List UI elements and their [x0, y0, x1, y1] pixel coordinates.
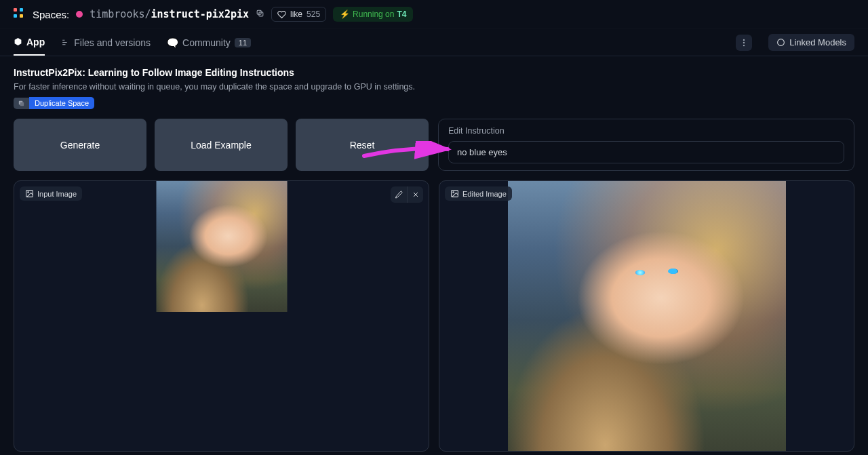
running-status: ⚡ Running on T4 [333, 7, 413, 22]
edit-instruction-label: Edit Instruction [448, 126, 844, 136]
owner-link[interactable]: timbrooks [90, 8, 144, 20]
edit-instruction-panel: Edit Instruction [438, 119, 854, 171]
tab-community[interactable]: 🗨️ Community 11 [167, 29, 251, 56]
hf-logo-icon [14, 8, 26, 20]
input-image-panel[interactable]: Input Image [14, 180, 429, 452]
chat-icon: 🗨️ [167, 37, 178, 48]
edit-image-button[interactable] [391, 186, 407, 203]
copy-icon[interactable] [256, 9, 264, 20]
bolt-icon: ⚡ [340, 9, 350, 19]
svg-point-5 [778, 39, 785, 46]
reset-button[interactable]: Reset [296, 119, 429, 171]
running-text: Running on [353, 9, 394, 19]
load-example-button[interactable]: Load Example [155, 119, 288, 171]
tabs-bar: App Files and versions 🗨️ Community 11 L… [0, 29, 868, 56]
svg-point-4 [743, 44, 745, 45]
running-hw: T4 [397, 9, 406, 19]
svg-point-9 [28, 192, 29, 193]
input-image-label: Input Image [20, 186, 82, 201]
svg-rect-7 [20, 102, 24, 106]
breadcrumb[interactable]: timbrooks/instruct-pix2pix [90, 8, 249, 20]
image-icon [25, 189, 34, 198]
content: InstructPix2Pix: Learning to Follow Imag… [0, 56, 868, 455]
output-image-label: Edited Image [445, 186, 512, 201]
image-icon [450, 189, 459, 198]
close-icon [412, 191, 420, 199]
files-icon [61, 38, 70, 47]
output-image [508, 181, 786, 452]
input-image [156, 181, 287, 312]
link-icon [776, 38, 785, 47]
input-image-tools [391, 186, 423, 203]
duplicate-space-button[interactable]: Duplicate Space [14, 97, 94, 109]
top-bar: Spaces: timbrooks/instruct-pix2pix like … [0, 0, 868, 29]
output-image-panel: Edited Image [439, 180, 854, 452]
community-count-badge: 11 [235, 38, 251, 47]
dots-vertical-icon [739, 38, 749, 47]
generate-button[interactable]: Generate [14, 119, 146, 171]
like-count: 525 [307, 9, 320, 19]
clear-image-button[interactable] [407, 186, 423, 203]
page-subtitle: For faster inference without waiting in … [14, 82, 854, 92]
svg-point-3 [743, 41, 745, 43]
pencil-icon [395, 191, 403, 199]
linked-models-button[interactable]: Linked Models [768, 34, 854, 51]
svg-point-11 [453, 192, 454, 193]
tab-files[interactable]: Files and versions [61, 29, 151, 56]
like-button[interactable]: like 525 [271, 7, 326, 22]
space-name[interactable]: instruct-pix2pix [151, 8, 250, 20]
svg-point-2 [743, 39, 745, 40]
heart-icon [277, 10, 286, 19]
spaces-label: Spaces: [33, 9, 69, 20]
more-menu-button[interactable] [736, 35, 752, 51]
edit-instruction-input[interactable] [448, 141, 844, 163]
duplicate-icon [14, 98, 29, 109]
space-avatar-icon [76, 11, 83, 18]
tab-app[interactable]: App [14, 29, 45, 56]
page-title: InstructPix2Pix: Learning to Follow Imag… [14, 67, 854, 78]
like-label: like [290, 9, 302, 19]
cube-icon [14, 37, 22, 46]
